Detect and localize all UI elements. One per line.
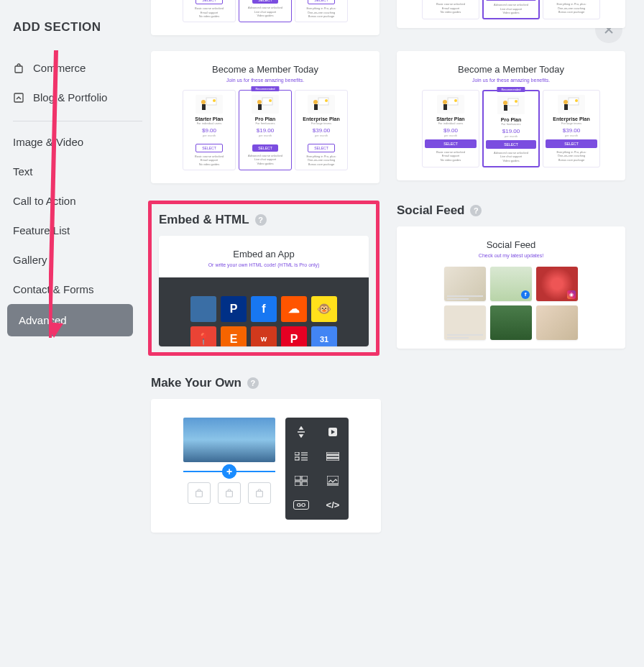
plan-for: For individual users bbox=[425, 121, 477, 125]
mailchimp-icon: 🐵 bbox=[311, 296, 337, 322]
divider-add: + bbox=[183, 471, 275, 472]
plan-name: Enterprise Plan bbox=[298, 116, 345, 121]
social-grid: f ◉ bbox=[407, 267, 615, 340]
plan-price: $39.00 bbox=[298, 127, 345, 134]
highlight-annotation: Embed & HTML ? Embed an App Or write you… bbox=[148, 201, 380, 356]
svg-point-5 bbox=[201, 100, 206, 104]
edit-icon bbox=[13, 92, 24, 104]
plan-per: per month bbox=[185, 134, 233, 137]
svg-rect-1 bbox=[14, 93, 23, 102]
select-button[interactable]: SELECT bbox=[486, 0, 536, 1]
plan-illustration bbox=[497, 96, 525, 114]
go-button-icon: GO bbox=[291, 498, 311, 512]
plan-for: For large teams bbox=[546, 121, 597, 125]
pricing-plan[interactable]: Recommended Pro Plan For freelancers $19… bbox=[239, 90, 292, 170]
sidebar-item-blog[interactable]: Blog & Portfolio bbox=[13, 83, 142, 112]
pricing-plan[interactable]: Enterprise Plan For large teams $39.00 p… bbox=[295, 90, 348, 170]
social-tile bbox=[536, 305, 578, 340]
facebook-icon: f bbox=[521, 290, 530, 299]
pricing-plan[interactable]: Recommended Pro Plan For freelancers $19… bbox=[482, 90, 540, 167]
help-icon[interactable]: ? bbox=[470, 205, 482, 216]
pricing-plan[interactable]: $39.00 per month SELECT Everything in Pr… bbox=[543, 0, 600, 19]
select-button[interactable]: SELECT bbox=[486, 140, 536, 149]
svg-point-27 bbox=[575, 99, 578, 102]
plan-illustration bbox=[437, 95, 464, 114]
recommended-badge: Recommended bbox=[251, 86, 279, 91]
pricing-plan[interactable]: Starter Plan For individual users $9.00 … bbox=[183, 90, 236, 170]
embed-card[interactable]: Embed an App Or write your own HTML code… bbox=[159, 236, 369, 346]
svg-rect-18 bbox=[443, 104, 447, 110]
plan-features: Advanced course unlockedLive chat suppor… bbox=[242, 154, 289, 166]
plan-per: per month bbox=[425, 134, 477, 137]
sidebar-item-feature-list[interactable]: Feature List bbox=[13, 216, 142, 245]
svg-rect-28 bbox=[196, 491, 203, 497]
plan-per: per month bbox=[298, 134, 345, 137]
help-icon[interactable]: ? bbox=[255, 214, 267, 226]
pricing-plan[interactable]: $9.00 per month SELECT Basic course unlo… bbox=[183, 0, 236, 22]
help-icon[interactable]: ? bbox=[247, 377, 259, 389]
sidebar-item-gallery[interactable]: Gallery bbox=[13, 245, 142, 275]
select-button[interactable]: SELECT bbox=[425, 139, 477, 148]
svg-rect-14 bbox=[314, 104, 318, 110]
plan-illustration bbox=[308, 95, 335, 114]
svg-rect-40 bbox=[326, 455, 339, 457]
plan-name: Enterprise Plan bbox=[546, 116, 597, 121]
section-pricing-1[interactable]: $9.00 per month SELECT Basic course unlo… bbox=[151, 0, 380, 35]
section-pricing-4[interactable]: Become a Member Today Join us for these … bbox=[397, 51, 625, 183]
pricing-plan[interactable]: Enterprise Plan For large teams $39.00 p… bbox=[543, 90, 600, 167]
sidebar-item-contact-forms[interactable]: Contact & Forms bbox=[13, 275, 142, 304]
sidebar-item-image-video[interactable]: Image & Video bbox=[13, 127, 142, 157]
sidebar-title: ADD SECTION bbox=[13, 20, 142, 34]
list-icon bbox=[323, 449, 343, 464]
select-button[interactable]: SELECT bbox=[546, 139, 597, 148]
pricing-plan[interactable]: Recommended $19.00 per month SELECT Adva… bbox=[482, 0, 540, 19]
select-button[interactable]: SELECT bbox=[308, 144, 334, 152]
plan-per: per month bbox=[546, 134, 597, 137]
sidebar-item-advanced[interactable]: Advanced bbox=[7, 304, 133, 336]
social-tile: f bbox=[490, 267, 532, 301]
svg-point-19 bbox=[454, 99, 457, 102]
plus-icon: + bbox=[222, 464, 236, 479]
section-pricing-3[interactable]: Become a Member Today Join us for these … bbox=[151, 51, 380, 183]
wufoo-icon: W bbox=[251, 326, 277, 346]
svg-point-21 bbox=[503, 101, 507, 105]
section-social: Social Feed ? Social Feed Check out my l… bbox=[397, 203, 625, 356]
card-sub: Join us for these amazing benefits. bbox=[407, 78, 615, 83]
plan-price: $19.00 bbox=[242, 127, 289, 134]
social-tile: ◉ bbox=[536, 267, 578, 301]
text-block-icon bbox=[291, 449, 311, 464]
social-card[interactable]: Social Feed Check out my latest updates!… bbox=[397, 226, 625, 349]
pricing-plan[interactable]: Starter Plan For individual users $9.00 … bbox=[422, 90, 479, 167]
select-button[interactable]: SELECT bbox=[196, 0, 222, 4]
plan-for: For individual users bbox=[185, 121, 233, 125]
card-sub: Or write your own HTML code! (HTML is Pr… bbox=[169, 262, 359, 267]
pricing-plan[interactable]: Recommended $19.00 per month SELECT Adva… bbox=[239, 0, 292, 22]
myo-card[interactable]: + GO bbox=[151, 399, 381, 533]
plan-per: per month bbox=[242, 134, 289, 137]
sidebar-item-text[interactable]: Text bbox=[13, 157, 142, 186]
plan-illustration bbox=[558, 95, 585, 114]
sidebar-item-commerce[interactable]: Commerce bbox=[13, 53, 142, 83]
plan-features: Basic course unlockedEmail supportNo vid… bbox=[425, 2, 477, 14]
pricing-plans: $9.00 per month SELECT Basic course unlo… bbox=[161, 0, 369, 22]
plan-features: Basic course unlockedEmail supportNo vid… bbox=[185, 155, 233, 167]
plan-features: Basic course unlockedEmail supportNo vid… bbox=[185, 6, 233, 19]
select-button[interactable]: SELECT bbox=[252, 144, 277, 152]
svg-rect-33 bbox=[295, 452, 299, 455]
sidebar-item-cta[interactable]: Call to Action bbox=[13, 186, 142, 216]
select-button[interactable]: SELECT bbox=[196, 144, 222, 152]
section-label: Social Feed ? bbox=[397, 203, 625, 218]
svg-point-9 bbox=[257, 100, 262, 104]
maps-icon: 📍 bbox=[190, 326, 216, 346]
sidebar-divider bbox=[13, 121, 142, 121]
svg-rect-43 bbox=[302, 476, 308, 480]
section-pricing-2[interactable]: $9.00 per month SELECT Basic course unlo… bbox=[397, 0, 625, 35]
section-embed: Embed & HTML ? Embed an App Or write you… bbox=[151, 203, 380, 356]
svg-rect-41 bbox=[326, 459, 339, 461]
pricing-plan[interactable]: $39.00 per month SELECT Everything in Pr… bbox=[295, 0, 348, 22]
select-button[interactable]: SELECT bbox=[308, 0, 334, 4]
plan-for: For freelancers bbox=[486, 122, 536, 126]
select-button[interactable]: SELECT bbox=[252, 0, 277, 4]
svg-point-23 bbox=[515, 100, 518, 103]
pricing-plan[interactable]: $9.00 per month SELECT Basic course unlo… bbox=[422, 0, 479, 19]
